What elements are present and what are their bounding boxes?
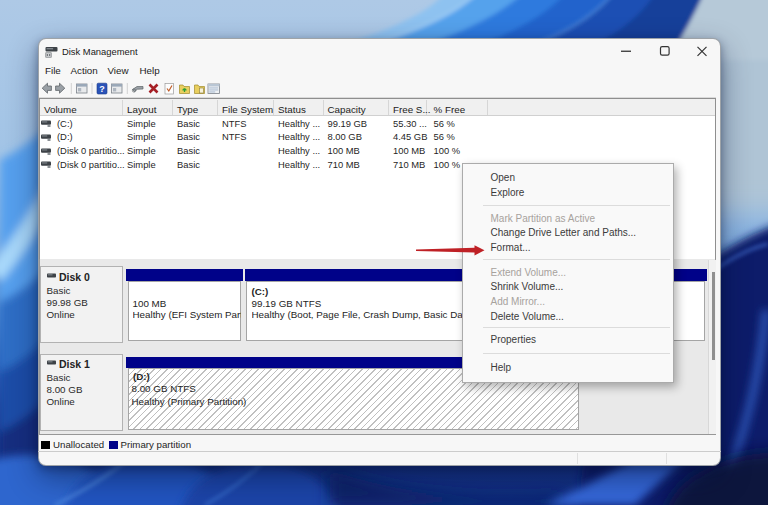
svg-text:?: ? xyxy=(99,84,105,94)
